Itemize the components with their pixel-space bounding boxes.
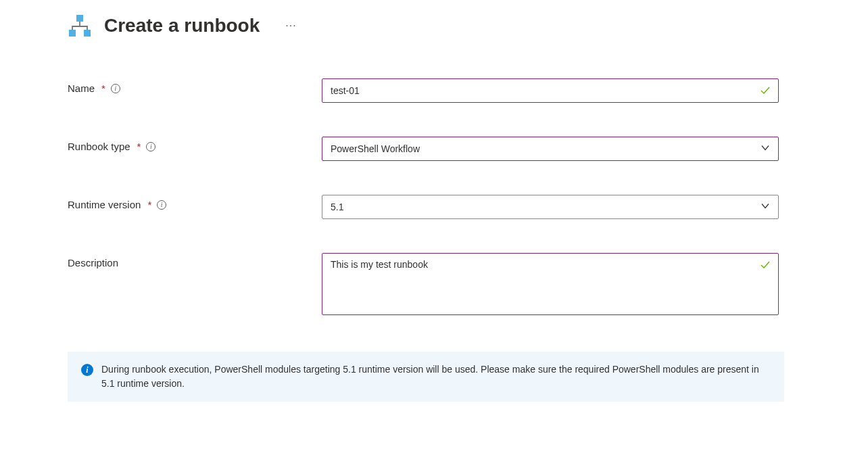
input-col: 5.1: [322, 195, 779, 219]
form-row-description: Description: [68, 253, 868, 318]
info-banner-text: During runbook execution, PowerShell mod…: [101, 362, 771, 391]
form-row-runbook-type: Runbook type * i PowerShell Workflow: [68, 137, 868, 161]
required-indicator: *: [137, 141, 141, 152]
required-indicator: *: [147, 199, 151, 210]
form-row-runtime-version: Runtime version * i 5.1: [68, 195, 868, 219]
input-col: [322, 253, 779, 318]
select-value: 5.1: [331, 202, 343, 212]
label-col: Name * i: [68, 78, 322, 94]
info-banner: i During runbook execution, PowerShell m…: [68, 352, 784, 402]
runbook-type-label: Runbook type: [68, 141, 130, 152]
input-col: PowerShell Workflow: [322, 137, 779, 161]
description-label: Description: [68, 257, 118, 268]
info-banner-icon: i: [81, 364, 93, 376]
description-input[interactable]: [322, 253, 779, 315]
svg-rect-1: [69, 30, 76, 37]
label-col: Runtime version * i: [68, 195, 322, 210]
chevron-down-icon: [761, 143, 770, 155]
page-header: Create a runbook ···: [68, 14, 868, 38]
label-col: Description: [68, 253, 322, 268]
runtime-version-label: Runtime version: [68, 199, 141, 210]
input-col: [322, 78, 779, 103]
name-label: Name: [68, 83, 95, 94]
form-row-name: Name * i: [68, 78, 868, 103]
hierarchy-icon: [68, 14, 92, 38]
svg-rect-2: [84, 30, 91, 37]
check-icon: [760, 85, 771, 99]
chevron-down-icon: [761, 202, 770, 213]
runbook-type-select[interactable]: PowerShell Workflow: [322, 137, 779, 161]
more-icon[interactable]: ···: [285, 20, 296, 32]
page-title: Create a runbook: [104, 15, 260, 37]
label-col: Runbook type * i: [68, 137, 322, 152]
info-icon[interactable]: i: [111, 84, 120, 93]
check-icon: [760, 260, 771, 273]
required-indicator: *: [101, 83, 105, 94]
svg-rect-0: [76, 15, 83, 22]
name-input[interactable]: [322, 78, 779, 103]
select-value: PowerShell Workflow: [331, 143, 420, 154]
info-icon[interactable]: i: [157, 200, 166, 210]
runtime-version-select[interactable]: 5.1: [322, 195, 779, 219]
info-icon[interactable]: i: [146, 142, 155, 151]
